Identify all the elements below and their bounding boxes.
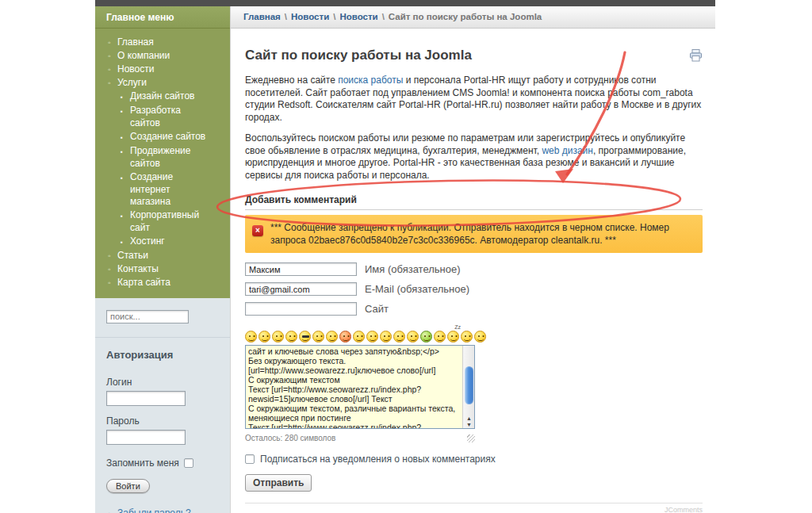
- sidebar-item-label[interactable]: Разработка сайтов: [130, 105, 181, 128]
- top-bar: [95, 0, 715, 6]
- error-x-icon: ×: [252, 225, 263, 236]
- smiley-tongue-icon[interactable]: [461, 331, 473, 343]
- sidebar-item[interactable]: ◦Статьи: [95, 250, 224, 262]
- sidebar-item[interactable]: ▪Разработка сайтов: [95, 105, 220, 129]
- subscribe-label: Подписаться на уведомления о новых комме…: [260, 454, 496, 465]
- sidebar-item-label[interactable]: Продвижение сайтов: [130, 145, 191, 169]
- inline-link[interactable]: поиска работы: [338, 75, 403, 86]
- moderation-warning: × *** Сообщение запрещено к публикации. …: [245, 215, 703, 253]
- submit-comment-button[interactable]: Отправить: [245, 474, 312, 492]
- comment-textarea[interactable]: сайт и ключевые слова через запятую&nbsp…: [245, 345, 475, 429]
- smiley-toolbar: Zz: [245, 327, 703, 343]
- sidebar-item[interactable]: ▪Продвижение сайтов: [95, 145, 220, 170]
- sidebar-item[interactable]: ◦Контакты: [95, 263, 224, 275]
- sidebar: Главное меню ◦Главная◦О компании◦Новости…: [95, 6, 230, 513]
- resize-grip-icon[interactable]: [467, 435, 475, 442]
- smiley-smile-icon[interactable]: [272, 331, 284, 343]
- main-column: Главная\Новости\Новости\Сайт по поиску р…: [230, 6, 715, 513]
- smiley-cool-icon[interactable]: [299, 331, 311, 343]
- sidebar-item[interactable]: ▪Дизайн сайтов: [95, 90, 220, 103]
- password-input[interactable]: [106, 430, 186, 445]
- smiley-grin-icon[interactable]: [259, 331, 270, 343]
- smiley-sleepy-icon[interactable]: Zz: [447, 331, 459, 343]
- site-container: Главное меню ◦Главная◦О компании◦Новости…: [95, 0, 715, 513]
- sidebar-item[interactable]: ◦Главная: [95, 36, 224, 48]
- smiley-blink-icon[interactable]: [407, 331, 419, 343]
- sidebar-item-label[interactable]: Дизайн сайтов: [130, 90, 194, 101]
- smiley-laugh-icon[interactable]: [245, 331, 257, 343]
- sidebar-item-label[interactable]: Создание сайтов: [130, 131, 205, 142]
- sidebar-item-label[interactable]: Создание интернет магазина: [130, 171, 173, 207]
- remember-me-label: Запомнить меня: [106, 457, 179, 469]
- circle-bullet-icon: ◦: [108, 63, 117, 75]
- sidebar-item[interactable]: ◦Новости: [95, 63, 224, 75]
- sidebar-item-label[interactable]: Статьи: [117, 250, 148, 261]
- smiley-whistle-icon[interactable]: [326, 331, 338, 343]
- sidebar-item-label[interactable]: Новости: [117, 63, 154, 75]
- smiley-smirk-icon[interactable]: [285, 331, 297, 343]
- sidebar-item-label[interactable]: О компании: [117, 50, 170, 61]
- smiley-neutral-icon[interactable]: [312, 331, 324, 343]
- square-bullet-icon: ▪: [121, 146, 130, 158]
- auth-link-item[interactable]: ◦Забыли пароль?: [106, 506, 219, 513]
- sidebar-item-label[interactable]: Контакты: [117, 263, 159, 274]
- sidebar-item-label[interactable]: Карта сайта: [117, 277, 170, 288]
- breadcrumb-separator: \: [281, 12, 291, 21]
- inline-link[interactable]: web дизайн: [542, 145, 593, 156]
- breadcrumb-link[interactable]: Главная: [243, 12, 281, 21]
- smiley-surprised-icon[interactable]: [380, 331, 392, 343]
- login-button[interactable]: Войти: [106, 479, 150, 493]
- smiley-cry-icon[interactable]: [366, 331, 378, 343]
- login-module-title: Авторизация: [106, 349, 219, 361]
- sidebar-item[interactable]: ▪Создание интернет магазина: [95, 171, 220, 208]
- circle-bullet-icon: ◦: [108, 50, 117, 62]
- login-input[interactable]: [106, 391, 186, 406]
- article-paragraph-1: Ежедневно на сайте поиска работы и персо…: [245, 75, 703, 124]
- sidebar-item[interactable]: ▪Создание сайтов: [95, 131, 220, 144]
- breadcrumb-link[interactable]: Новости: [339, 12, 377, 21]
- remember-me-checkbox[interactable]: [184, 458, 193, 468]
- smiley-shocked-icon[interactable]: [434, 331, 446, 343]
- square-bullet-icon: ▪: [121, 105, 130, 117]
- circle-bullet-icon: ◦: [108, 36, 117, 48]
- scrollbar-thumb[interactable]: [465, 366, 473, 404]
- article-content: Сайт по поиску работы на Joomla Ежедневн…: [231, 29, 715, 513]
- comment-site-input[interactable]: [245, 302, 357, 316]
- sidebar-item[interactable]: ◦Карта сайта: [95, 277, 224, 289]
- search-input[interactable]: [106, 310, 189, 323]
- comment-textarea-wrap: сайт и ключевые слова через запятую&nbsp…: [245, 345, 475, 432]
- auth-links-list: ◦Забыли пароль?◦Забыли логин?◦Регистраци…: [106, 506, 219, 513]
- comment-name-input[interactable]: [245, 262, 357, 276]
- text-span: Ежедневно на сайте: [245, 75, 338, 86]
- sidebar-item[interactable]: ◦Услуги: [95, 77, 224, 89]
- smiley-confused-icon[interactable]: [353, 331, 365, 343]
- smiley-sick-icon[interactable]: [420, 331, 432, 343]
- sidebar-item[interactable]: ▪Хостинг: [95, 235, 220, 248]
- sidebar-item[interactable]: ▪Корпоративный сайт: [95, 209, 220, 234]
- article-paragraph-2: Воспользуйтесь поиском работы или резюме…: [245, 132, 703, 182]
- breadcrumb-link[interactable]: Новости: [291, 12, 329, 21]
- smiley-angry-icon[interactable]: [339, 331, 351, 343]
- scrollbar-arrows[interactable]: ▲▼: [463, 415, 475, 428]
- comment-email-input[interactable]: [245, 282, 357, 296]
- subscribe-checkbox[interactable]: [245, 454, 255, 464]
- main-menu-module: Главное меню ◦Главная◦О компании◦Новости…: [95, 6, 230, 298]
- sidebar-item[interactable]: ◦О компании: [95, 50, 224, 62]
- textarea-scrollbar[interactable]: ▲▼: [462, 346, 474, 428]
- sidebar-item-label[interactable]: Главная: [117, 36, 154, 48]
- jcomments-credit: JComments: [245, 506, 703, 513]
- sidebar-item-label[interactable]: Услуги: [117, 77, 147, 88]
- auth-link[interactable]: Забыли пароль?: [117, 507, 191, 513]
- moderation-warning-text: *** Сообщение запрещено к публикации. От…: [270, 222, 669, 246]
- comment-form: Имя (обязательное) E-Mail (обязательное)…: [245, 262, 703, 513]
- sidebar-item-label[interactable]: Корпоративный сайт: [130, 209, 199, 233]
- smiley-rolleyes-icon[interactable]: [393, 331, 405, 343]
- sidebar-item-label[interactable]: Хостинг: [130, 235, 165, 247]
- smiley-happy-icon[interactable]: [474, 331, 486, 343]
- login-module: Авторизация Логин Пароль Запомнить меня …: [95, 338, 230, 513]
- square-bullet-icon: ▪: [121, 210, 130, 222]
- main-menu-list: ◦Главная◦О компании◦Новости◦Услуги▪Дизай…: [95, 29, 230, 289]
- print-icon[interactable]: [689, 49, 703, 65]
- square-bullet-icon: ▪: [121, 172, 130, 184]
- login-label: Логин: [106, 377, 219, 388]
